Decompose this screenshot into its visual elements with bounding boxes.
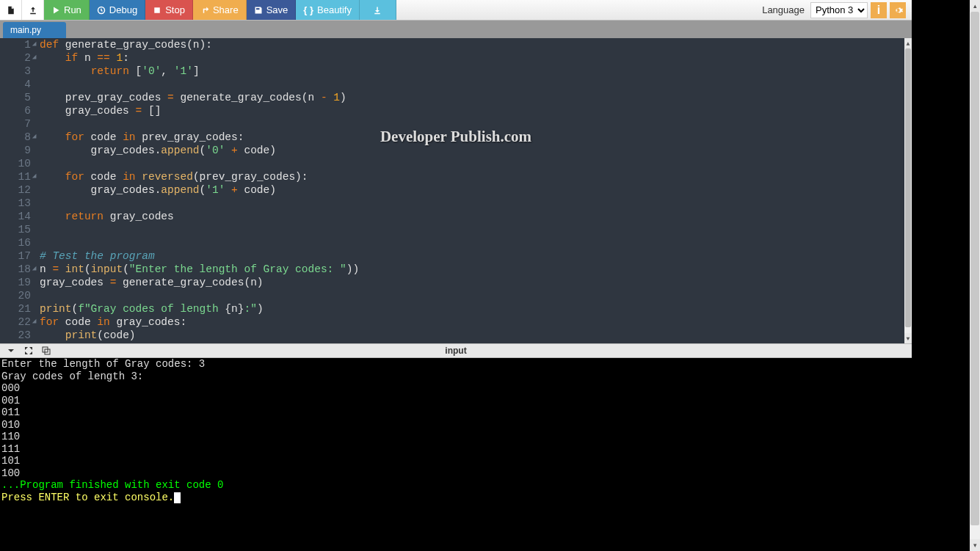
stop-button[interactable]: Stop xyxy=(145,0,193,20)
scroll-up-icon[interactable]: ▲ xyxy=(904,38,912,48)
language-select[interactable]: Python 3 xyxy=(810,2,868,18)
upload-button[interactable] xyxy=(22,0,44,20)
new-file-button[interactable] xyxy=(0,0,22,20)
collapse-panel-button[interactable] xyxy=(6,346,16,356)
fullscreen-panel-button[interactable] xyxy=(23,346,34,356)
settings-button[interactable] xyxy=(890,2,906,18)
beautify-button[interactable]: { } Beautify xyxy=(296,0,360,20)
page-scroll-thumb[interactable] xyxy=(970,12,979,525)
stop-label: Stop xyxy=(165,4,185,15)
clock-icon xyxy=(97,6,106,15)
language-label: Language xyxy=(762,4,805,15)
debug-label: Debug xyxy=(109,4,137,15)
copy-panel-button[interactable] xyxy=(41,346,51,356)
editor-code[interactable]: def generate_gray_codes(n): if n == 1: r… xyxy=(37,38,912,343)
gear-icon xyxy=(893,5,903,15)
expand-icon xyxy=(24,346,33,355)
stop-icon xyxy=(153,6,161,15)
debug-button[interactable]: Debug xyxy=(90,0,145,20)
page-scrollbar[interactable]: ▴ ▾ xyxy=(970,0,980,551)
scroll-down-icon[interactable]: ▼ xyxy=(904,333,912,343)
page-scroll-up-icon[interactable]: ▴ xyxy=(970,0,980,12)
copy-icon xyxy=(42,346,51,355)
play-icon xyxy=(51,6,60,15)
chevron-down-icon xyxy=(7,346,15,355)
upload-icon xyxy=(29,6,37,15)
share-icon xyxy=(200,6,209,15)
toolbar: Run Debug Stop Share Save { } Beautify xyxy=(0,0,912,21)
beautify-label: Beautify xyxy=(317,4,352,15)
editor-scrollbar[interactable]: ▲ ▼ xyxy=(904,38,912,343)
save-icon xyxy=(254,6,263,15)
save-label: Save xyxy=(266,4,288,15)
svg-rect-1 xyxy=(154,7,160,13)
download-icon xyxy=(373,6,382,15)
braces-icon: { } xyxy=(303,4,313,15)
editor-scroll-thumb[interactable] xyxy=(905,48,911,327)
run-label: Run xyxy=(64,4,81,15)
console-title: input xyxy=(445,346,466,356)
tab-bar: main.py xyxy=(0,21,912,38)
toolbar-right: Language Python 3 i xyxy=(762,0,912,20)
toolbar-left: Run Debug Stop Share Save { } Beautify xyxy=(0,0,396,20)
share-button[interactable]: Share xyxy=(193,0,247,20)
console-output[interactable]: Enter the length of Gray codes: 3Gray co… xyxy=(0,358,912,551)
editor-gutter: 1234567891011121314151617181920212223 xyxy=(0,38,37,343)
code-editor[interactable]: 1234567891011121314151617181920212223 de… xyxy=(0,38,912,343)
run-button[interactable]: Run xyxy=(44,0,90,20)
tab-main-py[interactable]: main.py xyxy=(3,22,66,38)
file-icon xyxy=(7,6,15,15)
info-icon: i xyxy=(877,4,880,17)
page-scroll-down-icon[interactable]: ▾ xyxy=(970,539,980,551)
console-header: input xyxy=(0,343,912,358)
app-frame: Run Debug Stop Share Save { } Beautify xyxy=(0,0,912,551)
save-button[interactable]: Save xyxy=(247,0,297,20)
download-button[interactable] xyxy=(360,0,396,20)
info-button[interactable]: i xyxy=(871,2,887,18)
share-label: Share xyxy=(213,4,239,15)
